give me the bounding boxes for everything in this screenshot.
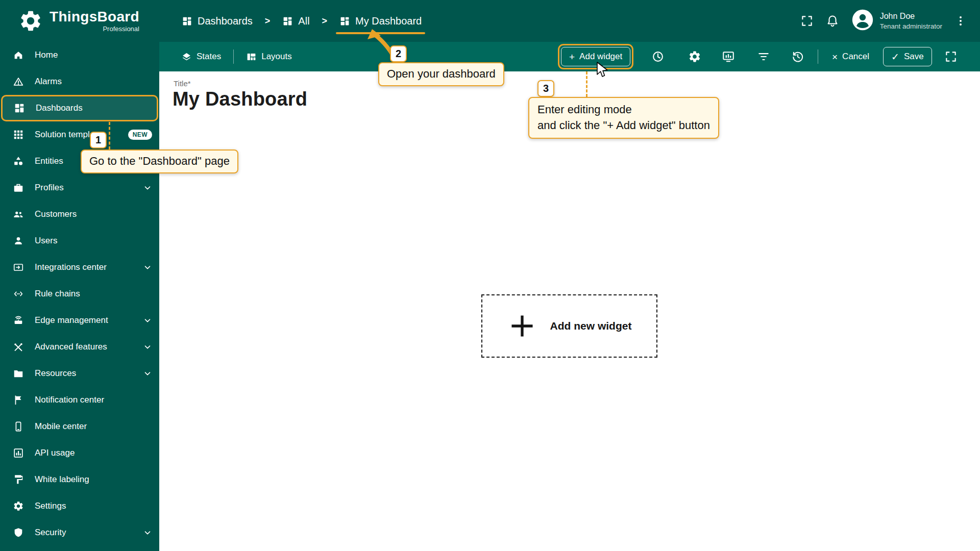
fullscreen-icon <box>944 50 958 63</box>
sidebar-item-users[interactable]: Users <box>0 228 159 254</box>
entities-icon <box>13 156 24 167</box>
notifications-button[interactable] <box>826 14 839 28</box>
people-icon <box>13 209 24 220</box>
sidebar-item-customers[interactable]: Customers <box>0 201 159 228</box>
user-role: Tenant administrator <box>880 22 942 31</box>
fullscreen-button[interactable] <box>800 14 814 28</box>
router-icon <box>13 315 24 326</box>
toolbar-fullscreen-button[interactable] <box>944 50 958 63</box>
grid-icon <box>282 16 293 27</box>
brand-subtitle: Professional <box>103 25 139 33</box>
kebab-menu-icon <box>954 15 967 27</box>
app-window: ThingsBoard Professional Dashboards > Al… <box>0 0 980 551</box>
toolbar-divider <box>233 49 234 64</box>
gear-icon <box>688 50 701 63</box>
dashboard-settings-button[interactable] <box>688 50 701 63</box>
top-header: ThingsBoard Professional Dashboards > Al… <box>0 0 980 42</box>
plus-icon <box>507 311 537 341</box>
gear-icon <box>13 500 24 512</box>
plus-icon: + <box>569 52 575 62</box>
toolbar-divider <box>818 49 818 64</box>
history-icon <box>791 50 804 63</box>
tutorial-step-badge-2: 2 <box>390 45 407 62</box>
breadcrumb-item-all[interactable]: All <box>282 15 309 27</box>
layers-icon <box>181 52 192 62</box>
sidebar-item-api-usage[interactable]: API usage <box>0 440 159 466</box>
breadcrumb-item-dashboards[interactable]: Dashboards <box>182 15 253 27</box>
bell-icon <box>826 14 839 28</box>
sidebar-item-edge-management[interactable]: Edge management <box>0 307 159 334</box>
layouts-button[interactable]: Layouts <box>246 52 292 62</box>
warning-icon <box>13 76 24 87</box>
sidebar-item-white-labeling[interactable]: White labeling <box>0 466 159 493</box>
sidebar-item-mobile-center[interactable]: Mobile center <box>0 413 159 440</box>
paint-icon <box>13 474 24 485</box>
sidebar-item-notification-center[interactable]: Notification center <box>0 387 159 413</box>
mobile-icon <box>13 421 24 432</box>
person-icon <box>13 235 24 246</box>
sidebar-item-profiles[interactable]: Profiles <box>0 174 159 201</box>
shield-icon <box>13 527 24 538</box>
rule-chains-icon <box>13 288 24 299</box>
dashboard-canvas: Title* My Dashboard Add new widget <box>159 71 980 551</box>
avatar <box>851 9 874 33</box>
chevron-down-icon <box>143 316 152 325</box>
user-name: John Doe <box>880 11 942 22</box>
sidebar-item-home[interactable]: Home <box>0 42 159 68</box>
dashboards-icon <box>14 103 25 114</box>
sidebar-item-settings[interactable]: Settings <box>0 493 159 519</box>
tutorial-callout-step2: Open your dashboard <box>378 62 504 86</box>
home-icon <box>13 49 24 61</box>
breadcrumb-item-my-dashboard[interactable]: My Dashboard <box>339 15 422 27</box>
thingsboard-logo-icon <box>18 9 43 33</box>
display-chart-icon <box>722 50 735 63</box>
tutorial-step-badge-3: 3 <box>537 80 554 97</box>
filters-button[interactable] <box>757 50 770 63</box>
brand: ThingsBoard Professional <box>0 9 159 33</box>
sidebar-item-integrations-center[interactable]: Integrations center <box>0 254 159 281</box>
header-actions: John Doe Tenant administrator <box>800 9 980 33</box>
add-new-widget-button[interactable]: Add new widget <box>481 294 657 358</box>
chevron-down-icon <box>143 342 152 352</box>
grid-icon <box>339 16 350 27</box>
chart-icon <box>13 447 24 459</box>
cursor-icon <box>595 61 609 78</box>
breadcrumb-separator: > <box>265 16 271 27</box>
tutorial-step-badge-1: 1 <box>90 132 107 148</box>
sidebar-item-security[interactable]: Security <box>0 519 159 546</box>
breadcrumb-separator: > <box>322 16 328 27</box>
sidebar-item-advanced-features[interactable]: Advanced features <box>0 334 159 360</box>
entity-aliases-button[interactable] <box>722 50 735 63</box>
title-field-label: Title* <box>174 79 191 88</box>
timewindow-button[interactable] <box>651 50 665 63</box>
sidebar-item-resources[interactable]: Resources <box>0 360 159 387</box>
briefcase-icon <box>13 182 24 193</box>
version-history-button[interactable] <box>791 50 804 63</box>
chevron-down-icon <box>143 183 152 192</box>
save-button[interactable]: ✓ Save <box>883 47 932 66</box>
sidebar-item-alarms[interactable]: Alarms <box>0 68 159 95</box>
cancel-button[interactable]: × Cancel <box>829 47 872 66</box>
states-button[interactable]: States <box>181 52 221 62</box>
user-menu[interactable]: John Doe Tenant administrator <box>851 9 942 33</box>
folder-icon <box>13 368 24 379</box>
dashboard-toolbar: States Layouts + Add widget × Cancel <box>159 42 980 71</box>
chevron-down-icon <box>143 528 152 537</box>
check-icon: ✓ <box>891 52 899 62</box>
more-menu-button[interactable] <box>954 15 967 27</box>
chevron-down-icon <box>143 263 152 272</box>
layout-icon <box>246 52 257 62</box>
tutorial-connector-step1 <box>109 122 110 149</box>
new-badge: NEW <box>128 130 152 140</box>
tutorial-connector-step3 <box>586 71 587 97</box>
tools-icon <box>13 341 24 353</box>
tutorial-callout-step1: Go to the "Dashboard" page <box>81 149 238 173</box>
close-icon: × <box>832 52 838 62</box>
sidebar-item-rule-chains[interactable]: Rule chains <box>0 281 159 307</box>
clock-icon <box>651 50 665 63</box>
filter-icon <box>757 50 770 63</box>
fullscreen-icon <box>800 14 814 28</box>
sidebar-item-solution-templates[interactable]: Solution templates NEW <box>0 121 159 148</box>
breadcrumb: Dashboards > All > My Dashboard <box>159 15 422 27</box>
sidebar-item-dashboards[interactable]: Dashboards <box>1 95 158 121</box>
